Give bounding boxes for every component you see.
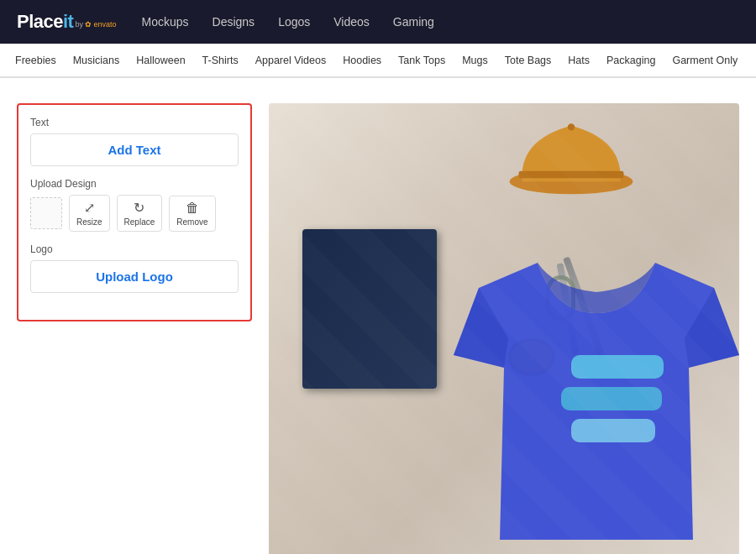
replace-label: Replace (124, 217, 155, 227)
logo-text: Placeit (17, 11, 73, 33)
svg-rect-4 (561, 387, 662, 410)
top-navigation: Placeit by ✿ envato Mockups Designs Logo… (0, 0, 756, 44)
resize-label: Resize (76, 217, 102, 227)
replace-button[interactable]: ↻ Replace (117, 195, 163, 232)
sec-nav-packaging[interactable]: Packaging (600, 55, 662, 66)
remove-label: Remove (176, 217, 207, 227)
remove-button[interactable]: 🗑 Remove (169, 196, 215, 232)
svg-point-2 (568, 123, 575, 130)
resize-button[interactable]: ⤢ Resize (69, 195, 110, 232)
nav-mockups[interactable]: Mockups (142, 15, 189, 29)
mockup-image (269, 103, 739, 554)
upload-design-label: Upload Design (30, 178, 239, 190)
sec-nav-hoodies[interactable]: Hoodies (336, 55, 388, 66)
editor-panel: Text Add Text Upload Design ⤢ Resize ↻ R… (17, 103, 252, 321)
sec-nav-freebies[interactable]: Freebies (8, 55, 63, 66)
svg-rect-5 (571, 419, 655, 442)
replace-icon: ↻ (134, 200, 144, 216)
mockup-panel (269, 103, 739, 554)
sec-nav-garment-only[interactable]: Garment Only (665, 55, 744, 66)
top-nav-links: Mockups Designs Logos Videos Gaming (142, 15, 434, 29)
tshirt-graphic (454, 221, 739, 554)
sec-nav-apparel-videos[interactable]: Apparel Videos (249, 55, 333, 66)
sec-nav-tshirts[interactable]: T-Shirts (196, 55, 245, 66)
logo-sub: by ✿ envato (75, 20, 116, 29)
hat-graphic (504, 112, 638, 196)
notebook-graphic (302, 229, 437, 389)
upload-design-row: ⤢ Resize ↻ Replace 🗑 Remove (30, 195, 239, 232)
svg-rect-1 (519, 171, 624, 178)
sec-nav-halloween[interactable]: Halloween (129, 55, 192, 66)
nav-designs[interactable]: Designs (213, 15, 255, 29)
sec-nav-tank-tops[interactable]: Tank Tops (391, 55, 452, 66)
remove-icon: 🗑 (186, 201, 199, 216)
svg-rect-3 (571, 355, 664, 379)
sec-nav-musicians[interactable]: Musicians (66, 55, 127, 66)
divider (0, 77, 756, 78)
envato-text: ✿ envato (85, 20, 117, 29)
logo[interactable]: Placeit by ✿ envato (17, 11, 117, 33)
secondary-navigation: Freebies Musicians Halloween T-Shirts Ap… (0, 44, 756, 77)
text-section-label: Text (30, 117, 239, 128)
sec-nav-tote-bags[interactable]: Tote Bags (498, 55, 559, 66)
content-area: Text Add Text Upload Design ⤢ Resize ↻ R… (0, 86, 756, 554)
sec-nav-mugs[interactable]: Mugs (455, 55, 495, 66)
sec-nav-hats[interactable]: Hats (561, 55, 596, 66)
upload-logo-button[interactable]: Upload Logo (30, 260, 239, 293)
nav-logos[interactable]: Logos (278, 15, 310, 29)
resize-icon: ⤢ (84, 200, 95, 216)
nav-videos[interactable]: Videos (333, 15, 370, 29)
nav-gaming[interactable]: Gaming (393, 15, 434, 29)
logo-section-label: Logo (30, 243, 239, 255)
add-text-button[interactable]: Add Text (30, 133, 239, 166)
upload-design-placeholder (30, 197, 62, 229)
